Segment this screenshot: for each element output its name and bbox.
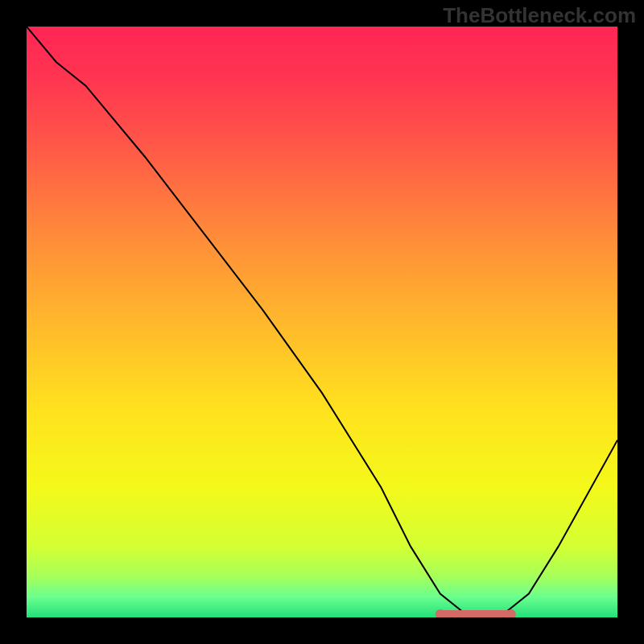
watermark-text: TheBottleneck.com	[443, 3, 636, 28]
chart-svg	[27, 27, 617, 617]
chart-container: TheBottleneck.com	[0, 0, 644, 644]
plot-area	[27, 27, 617, 617]
gradient-background	[27, 27, 617, 617]
